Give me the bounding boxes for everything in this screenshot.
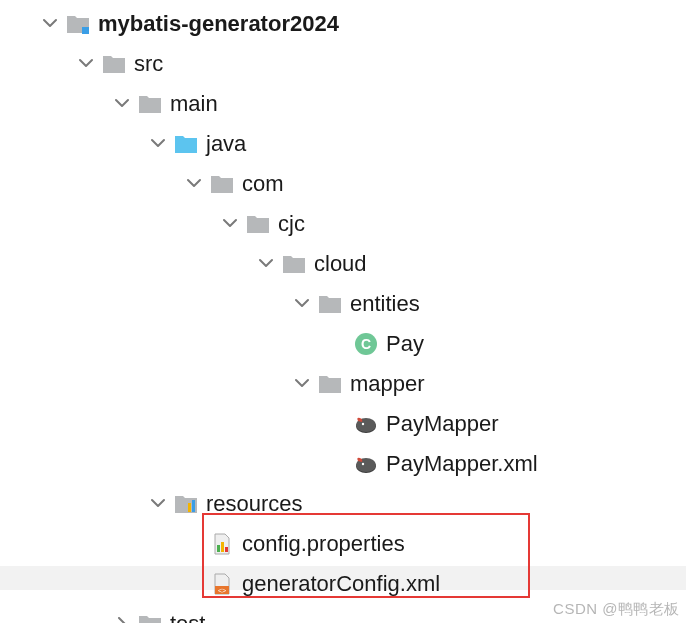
chevron-down-icon[interactable]	[108, 97, 136, 111]
tree-item-entities[interactable]: entities	[0, 284, 686, 324]
xml-file-icon: <>	[208, 573, 236, 595]
folder-icon	[136, 93, 164, 115]
package-icon	[316, 373, 344, 395]
svg-rect-11	[225, 547, 228, 552]
svg-point-3	[362, 423, 364, 425]
tree-label: test	[170, 611, 205, 623]
source-folder-icon	[172, 133, 200, 155]
tree-label: java	[206, 131, 246, 157]
mybatis-xml-icon	[352, 453, 380, 475]
chevron-down-icon[interactable]	[288, 377, 316, 391]
tree-item-cjc[interactable]: cjc	[0, 204, 686, 244]
tree-item-resources[interactable]: resources	[0, 484, 686, 524]
package-icon	[244, 213, 272, 235]
tree-label: main	[170, 91, 218, 117]
tree-item-paymapper-xml[interactable]: PayMapper.xml	[0, 444, 686, 484]
watermark-text: CSDN @鸭鸭老板	[553, 600, 680, 619]
package-icon	[280, 253, 308, 275]
tree-item-root[interactable]: mybatis-generator2024	[0, 4, 686, 44]
package-icon	[316, 293, 344, 315]
chevron-down-icon[interactable]	[288, 297, 316, 311]
resources-folder-icon	[172, 493, 200, 515]
chevron-down-icon[interactable]	[72, 57, 100, 71]
chevron-down-icon[interactable]	[216, 217, 244, 231]
folder-icon	[100, 53, 128, 75]
chevron-down-icon[interactable]	[180, 177, 208, 191]
tree-item-main[interactable]: main	[0, 84, 686, 124]
module-folder-icon	[64, 13, 92, 35]
tree-label: config.properties	[242, 531, 405, 557]
chevron-down-icon[interactable]	[36, 17, 64, 31]
svg-text:<>: <>	[218, 587, 226, 594]
tree-label: PayMapper.xml	[386, 451, 538, 477]
chevron-right-icon[interactable]	[108, 617, 136, 623]
tree-item-com[interactable]: com	[0, 164, 686, 204]
chevron-down-icon[interactable]	[144, 137, 172, 151]
java-class-icon: C	[352, 333, 380, 355]
tree-item-pay-class[interactable]: C Pay	[0, 324, 686, 364]
tree-label: cjc	[278, 211, 305, 237]
folder-icon	[136, 613, 164, 623]
tree-label: src	[134, 51, 163, 77]
tree-label: mapper	[350, 371, 425, 397]
chevron-down-icon[interactable]	[144, 497, 172, 511]
svg-point-6	[362, 463, 364, 465]
tree-label: PayMapper	[386, 411, 499, 437]
tree-item-config-properties[interactable]: config.properties	[0, 524, 686, 564]
mybatis-mapper-icon	[352, 413, 380, 435]
svg-rect-10	[221, 542, 224, 552]
tree-label: generatorConfig.xml	[242, 571, 440, 597]
tree-item-generator-config[interactable]: <> generatorConfig.xml	[0, 564, 686, 604]
tree-item-cloud[interactable]: cloud	[0, 244, 686, 284]
svg-rect-8	[192, 500, 195, 512]
tree-label: resources	[206, 491, 303, 517]
svg-rect-9	[217, 545, 220, 552]
svg-rect-0	[82, 27, 89, 34]
tree-item-src[interactable]: src	[0, 44, 686, 84]
chevron-down-icon[interactable]	[252, 257, 280, 271]
tree-label: Pay	[386, 331, 424, 357]
tree-label: cloud	[314, 251, 367, 277]
svg-rect-7	[188, 503, 191, 512]
properties-file-icon	[208, 533, 236, 555]
tree-label: com	[242, 171, 284, 197]
tree-label: mybatis-generator2024	[98, 11, 339, 37]
tree-label: entities	[350, 291, 420, 317]
tree-item-paymapper[interactable]: PayMapper	[0, 404, 686, 444]
tree-item-java[interactable]: java	[0, 124, 686, 164]
tree-item-mapper[interactable]: mapper	[0, 364, 686, 404]
package-icon	[208, 173, 236, 195]
